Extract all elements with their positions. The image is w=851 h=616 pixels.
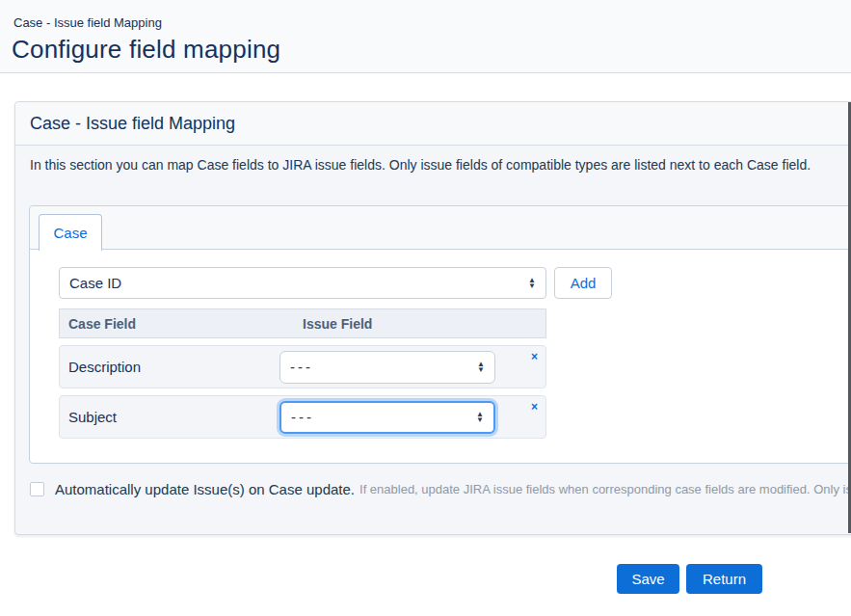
select-stepper-icon: ▲▼ — [476, 412, 484, 423]
tab-case-label: Case — [53, 225, 87, 241]
tab-case[interactable]: Case — [39, 214, 102, 251]
return-button[interactable]: Return — [686, 564, 762, 594]
column-header-case-field: Case Field — [60, 316, 279, 332]
select-stepper-icon: ▲▼ — [528, 278, 536, 289]
issue-field-select-value: --- — [290, 359, 471, 375]
return-button-label: Return — [703, 571, 746, 587]
field-mapping-card: Case - Issue field Mapping In this secti… — [14, 101, 851, 535]
add-button-label: Add — [571, 275, 597, 291]
remove-row-icon[interactable]: × — [531, 401, 538, 413]
auto-update-checkbox[interactable] — [30, 482, 44, 496]
issue-field-select[interactable]: --- ▲▼ — [279, 351, 495, 384]
table-row: Subject --- ▲▼ × — [59, 395, 546, 439]
auto-update-label: Automatically update Issue(s) on Case up… — [55, 481, 355, 497]
row-case-field-label: Description — [60, 359, 279, 375]
page: Case - Issue field Mapping Configure fie… — [0, 0, 851, 616]
save-button[interactable]: Save — [617, 564, 679, 594]
breadcrumb: Case - Issue field Mapping — [13, 15, 162, 30]
card-header: Case - Issue field Mapping — [15, 102, 851, 146]
table-row: Description --- ▲▼ × — [59, 345, 546, 388]
section-description: In this section you can map Case fields … — [30, 157, 851, 173]
issue-field-select-focused[interactable]: --- ▲▼ — [279, 401, 495, 434]
row-case-field-label: Subject — [60, 409, 279, 425]
tab-strip — [30, 206, 851, 250]
page-title: Configure field mapping — [12, 35, 280, 65]
auto-update-hint: If enabled, update JIRA issue fields whe… — [359, 482, 851, 496]
auto-update-row: Automatically update Issue(s) on Case up… — [30, 478, 851, 499]
mapping-table-header: Case Field Issue Field — [59, 308, 546, 338]
card-title: Case - Issue field Mapping — [30, 114, 235, 134]
case-field-select-value: Case ID — [69, 275, 522, 291]
page-header: Case - Issue field Mapping Configure fie… — [0, 0, 851, 73]
save-button-label: Save — [631, 571, 664, 587]
mapping-tab-panel: Case Case ID ▲▼ Add Case Field Issue Fie… — [29, 205, 851, 464]
select-stepper-icon: ▲▼ — [477, 362, 485, 373]
issue-field-select-value: --- — [291, 409, 470, 425]
remove-row-icon[interactable]: × — [531, 351, 538, 362]
column-header-issue-field: Issue Field — [279, 316, 372, 332]
case-field-select[interactable]: Case ID ▲▼ — [59, 267, 546, 299]
add-button[interactable]: Add — [554, 267, 612, 299]
